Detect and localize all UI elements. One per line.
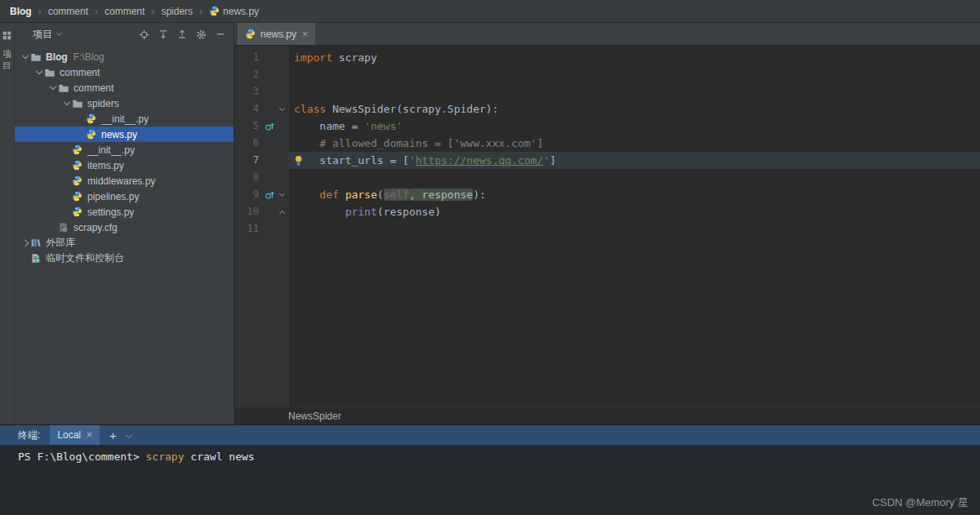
gutter-space	[276, 152, 288, 169]
fold-end-icon[interactable]	[276, 203, 288, 220]
code-line-8[interactable]: 8	[234, 169, 980, 186]
code-text: def parse(self, response):	[288, 186, 980, 203]
gutter-space	[276, 220, 288, 238]
tree-item-hint: F:\Blog	[74, 51, 105, 63]
tree-item-comment[interactable]: comment	[15, 64, 234, 80]
tree-item-blog[interactable]: BlogF:\Blog	[15, 49, 234, 64]
editor-breadcrumb-item[interactable]: NewsSpider	[288, 411, 341, 422]
settings-button[interactable]	[196, 29, 207, 40]
tree-item-init-py-spiders[interactable]: __init__.py	[15, 111, 234, 127]
code-text: print(response)	[288, 203, 980, 220]
terminal-title: 终端:	[18, 428, 40, 442]
code-token: parse	[345, 189, 377, 201]
breadcrumb-blog[interactable]: Blog	[8, 4, 33, 19]
tree-item-init-py[interactable]: __init__.py	[15, 142, 234, 158]
project-stripe-char: 项	[2, 49, 11, 59]
code-area[interactable]: 1import scrapy234class NewsSpider(scrapy…	[234, 46, 980, 406]
editor-tabbar: news.py ×	[234, 23, 980, 46]
breadcrumb-news-py[interactable]: news.py	[207, 4, 261, 19]
gutter: 5	[234, 118, 288, 135]
new-terminal-icon[interactable]: +	[109, 428, 117, 442]
terminal-output[interactable]: PS F:\Blog\comment> scrapy crawl news CS…	[0, 445, 980, 515]
gutter: 1	[234, 49, 288, 66]
terminal-text: crawl news	[185, 451, 255, 463]
terminal-dropdown-icon[interactable]	[127, 433, 131, 437]
tree-item-pipelines-py[interactable]: pipelines.py	[15, 189, 234, 204]
code-token: ]	[550, 154, 556, 166]
editor-tab-news-py[interactable]: news.py ×	[238, 23, 315, 45]
gutter-space	[262, 169, 276, 186]
line-number: 11	[234, 220, 262, 238]
tree-item-external-libraries[interactable]: 外部库	[15, 235, 234, 251]
code-line-9[interactable]: 9 def parse(self, response):	[234, 186, 980, 203]
code-line-11[interactable]: 11	[234, 220, 980, 238]
code-line-4[interactable]: 4class NewsSpider(scrapy.Spider):	[234, 100, 980, 118]
code-text: name = 'news'	[288, 118, 980, 135]
tree-item-news-py[interactable]: news.py	[15, 127, 234, 142]
code-token: '	[409, 154, 416, 166]
code-line-3[interactable]: 3	[234, 83, 980, 100]
gutter-space	[262, 100, 276, 118]
close-terminal-tab-icon[interactable]: ×	[87, 429, 92, 441]
tree-item-label: items.py	[87, 160, 124, 171]
python-icon	[72, 191, 87, 202]
tool-windows-grid-icon[interactable]	[2, 29, 11, 43]
terminal-header: 终端: Local × +	[0, 425, 980, 445]
tree-chevron-icon[interactable]	[33, 71, 44, 73]
code-token: class	[294, 103, 326, 115]
gutter-space	[262, 220, 276, 238]
fold-open-icon[interactable]	[276, 100, 288, 118]
line-number: 1	[234, 49, 262, 66]
fold-open-icon[interactable]	[276, 186, 288, 203]
line-number: 2	[234, 66, 262, 83]
code-token: )	[473, 189, 479, 201]
tree-item-comment-package[interactable]: comment	[15, 80, 234, 95]
override-marker-icon[interactable]	[262, 118, 276, 135]
code-line-2[interactable]: 2	[234, 66, 980, 83]
breadcrumb-comment-1[interactable]: comment	[47, 4, 90, 19]
code-line-1[interactable]: 1import scrapy	[234, 49, 980, 66]
breadcrumb-comment-2[interactable]: comment	[103, 4, 146, 19]
tree-chevron-icon[interactable]	[47, 87, 58, 89]
breadcrumb-separator: ›	[199, 6, 203, 17]
code-line-5[interactable]: 5 name = 'news'	[234, 118, 980, 135]
tree-item-label: __init__.py	[87, 144, 135, 156]
project-tree: BlogF:\Blogcommentcommentspiders__init__…	[15, 46, 234, 424]
python-icon	[72, 144, 87, 155]
terminal-panel: 终端: Local × + PS F:\Blog\comment> scrapy…	[0, 424, 980, 515]
project-stripe-button[interactable]: 项目	[2, 49, 11, 70]
tree-item-scrapy-cfg[interactable]: scrapy.cfg	[15, 220, 234, 235]
tree-chevron-icon[interactable]	[20, 55, 30, 58]
tree-item-settings-py[interactable]: settings.py	[15, 204, 234, 220]
python-icon	[86, 129, 101, 140]
code-text: start_urls = ['https://news.qq.com/']	[288, 152, 980, 169]
project-panel-title: 项目	[33, 28, 52, 42]
code-token: print	[345, 206, 377, 218]
override-marker-icon[interactable]	[262, 186, 276, 203]
tree-item-middlewares-py[interactable]: middlewares.py	[15, 173, 234, 189]
code-line-7[interactable]: 7 start_urls = ['https://news.qq.com/']	[234, 152, 980, 169]
tree-item-spiders[interactable]: spiders	[15, 95, 234, 111]
tree-item-items-py[interactable]: items.py	[15, 158, 234, 173]
tool-window-stripe: 项目	[0, 23, 15, 424]
tree-item-scratches-consoles[interactable]: 临时文件和控制台	[15, 251, 234, 266]
code-line-10[interactable]: 10 print(response)	[234, 203, 980, 220]
expand-all-button[interactable]	[158, 29, 168, 39]
project-view-selector[interactable]: 项目	[33, 28, 61, 42]
breadcrumb-blog-label: Blog	[10, 6, 32, 17]
gutter-space	[262, 152, 276, 169]
project-toolbar	[139, 29, 227, 40]
tree-chevron-icon[interactable]	[20, 241, 30, 246]
breadcrumb-spiders[interactable]: spiders	[159, 4, 194, 19]
line-number: 9	[234, 186, 262, 203]
code-token: import	[294, 51, 332, 64]
terminal-tab-local[interactable]: Local ×	[50, 425, 100, 445]
locate-file-button[interactable]	[139, 29, 149, 40]
python-icon	[72, 206, 87, 217]
tree-chevron-icon[interactable]	[61, 102, 72, 104]
collapse-all-button[interactable]	[177, 29, 187, 39]
code-token: NewsSpider(scrapy.Spider):	[326, 103, 498, 115]
code-line-6[interactable]: 6 # allowed_domains = ['www.xxx.com']	[234, 135, 980, 152]
hide-panel-button[interactable]	[216, 29, 225, 39]
close-tab-icon[interactable]: ×	[302, 29, 308, 40]
